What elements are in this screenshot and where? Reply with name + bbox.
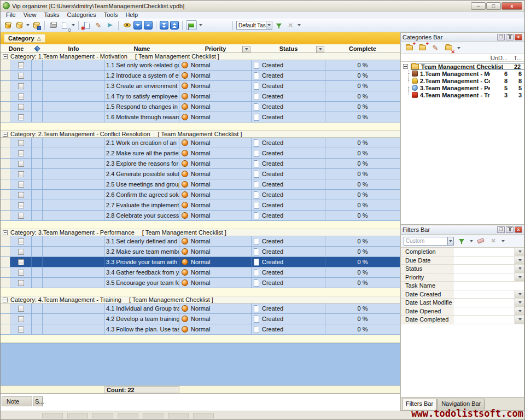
done-checkbox[interactable] [18,192,24,198]
filter-dropdown-icon[interactable] [515,316,524,324]
done-checkbox[interactable] [18,270,24,276]
task-row[interactable]: 3.3 Provide your team with completeNorma… [1,257,400,267]
maximize-button[interactable]: □ [486,2,501,10]
edit-category-icon[interactable]: ✎ [430,43,440,53]
done-checkbox[interactable] [18,114,24,120]
priority-filter-dropdown-icon[interactable] [242,46,250,53]
categories-maximize-icon[interactable]: ❐ [497,34,505,40]
clear-filter-icon[interactable] [476,236,486,246]
print-overflow-icon[interactable] [72,24,75,26]
column-total[interactable]: T... [510,55,524,61]
filter-value-field[interactable] [453,248,515,256]
filters-overflow-icon[interactable] [501,240,505,242]
done-checkbox[interactable] [18,104,24,110]
done-checkbox[interactable] [18,94,24,100]
filters-close-icon[interactable]: x [515,226,522,233]
menu-view[interactable]: View [20,11,40,19]
menu-tasks[interactable]: Tasks [40,11,62,19]
collapse-group-icon[interactable] [3,230,8,235]
collapse-group-icon[interactable] [3,54,8,59]
task-row[interactable]: 2.1 Work on creation of anNormalCreated0… [1,138,400,148]
new-database-icon[interactable] [3,20,13,30]
done-checkbox[interactable] [18,249,24,255]
task-row[interactable]: 4.1 Individual and Group trainingNormalC… [1,304,400,314]
move-down-icon[interactable] [133,21,142,30]
menu-tools[interactable]: Tools [101,11,121,19]
view-task-icon[interactable] [122,20,132,30]
done-checkbox[interactable] [18,202,24,208]
task-view-combo[interactable]: Default Task V [236,21,272,30]
done-checkbox[interactable] [18,326,24,332]
filter-value-field[interactable] [453,282,524,290]
task-view-dropdown-icon[interactable] [266,21,272,29]
save-database-icon[interactable] [31,20,41,30]
move-up-icon[interactable] [144,21,153,30]
filter-dropdown-icon[interactable] [515,256,524,265]
complete-task-icon[interactable] [105,20,115,30]
menu-file[interactable]: File [3,11,19,19]
task-row[interactable]: 3.2 Make sure team members haveNormalCre… [1,247,400,257]
task-row[interactable]: 1.3 Create an environment of highNormalC… [1,81,400,91]
filters-pin-icon[interactable] [506,226,514,233]
expand-all-icon[interactable] [160,21,168,30]
done-checkbox[interactable] [18,259,24,265]
filter-preset-combo[interactable]: Custom [404,237,454,246]
category-tree-item[interactable]: 1.Team Management - Motivat66 [401,70,524,77]
toolbar-overflow-icon[interactable] [298,24,301,26]
task-row[interactable]: 2.8 Celebrate your success.NormalCreated… [1,211,400,221]
print-preview-icon[interactable] [60,20,69,30]
task-row[interactable]: 2.4 Generate possible solutions forNorma… [1,169,400,179]
collapse-group-icon[interactable] [3,298,8,302]
filter-dropdown-icon[interactable] [515,265,524,273]
categories-pin-icon[interactable] [506,34,514,40]
column-header-done[interactable]: Done [1,45,32,52]
filter-dropdown-icon[interactable] [515,248,524,256]
done-checkbox[interactable] [18,306,24,312]
task-row[interactable]: 2.6 Confirm the agreed solution andNorma… [1,190,400,200]
task-row[interactable]: 3.5 Encourage your team for betterNormal… [1,278,400,288]
delete-category-icon[interactable]: ✕ [444,43,453,53]
category-group-header[interactable]: Category: 3.Team Management - Performanc… [1,229,400,236]
task-row[interactable]: 4.2 Develop a team training plan.NormalC… [1,314,400,324]
task-row[interactable]: 1.6 Motivate through rewards. WhenNormal… [1,112,400,122]
collapse-tree-icon[interactable] [403,64,408,69]
delete-filter-icon[interactable]: ✕ [488,236,498,246]
filter-value-field[interactable] [453,265,515,273]
column-header-name[interactable]: Name [104,45,179,52]
done-checkbox[interactable] [18,161,24,167]
category-group-header[interactable]: Category: 4.Team Management - Training[ … [1,296,400,304]
category-tree-item[interactable]: 4.Team Management - Training33 [401,91,524,98]
group-by-category-button[interactable]: Category △ [4,34,45,43]
task-row[interactable]: 1.2 Introduce a system of effectiveNorma… [1,71,400,81]
status-filter-dropdown-icon[interactable] [316,46,324,53]
done-checkbox[interactable] [18,213,24,219]
task-row[interactable]: 1.4 Try to satisfy employee needs.Normal… [1,91,400,102]
filter-value-field[interactable] [453,273,515,282]
collapse-all-icon[interactable] [170,21,179,30]
done-checkbox[interactable] [18,150,24,156]
done-checkbox[interactable] [18,238,24,244]
column-header-complete[interactable]: Complete [325,45,400,52]
task-row[interactable]: 3.4 Gather feedback from your teamNormal… [1,267,400,278]
categories-overflow-icon[interactable] [457,47,460,49]
filters-maximize-icon[interactable]: ❐ [497,226,505,233]
apply-filter-icon[interactable] [457,236,466,246]
category-tree-item[interactable]: 3.Team Management - Perform55 [401,84,524,91]
minimize-button[interactable]: – [471,2,486,10]
filter-value-field[interactable] [453,299,515,307]
open-database-icon[interactable] [14,20,24,30]
filter-value-field[interactable] [453,316,515,324]
task-row[interactable]: 3.1 Set clearly defined andNormalCreated… [1,236,400,247]
task-row[interactable]: 1.1 Set only work-related goals. YourNor… [1,60,400,71]
tab-subtasks[interactable]: S... [33,396,43,406]
filter-value-field[interactable] [453,256,515,265]
filter-value-field[interactable] [453,307,515,316]
filter-preset-dropdown-icon[interactable] [447,237,453,245]
task-row[interactable]: 4.3 Follow the plan. Use task.NormalCrea… [1,324,400,335]
column-header-info[interactable]: Info [43,45,104,52]
done-checkbox[interactable] [18,62,24,68]
edit-task-icon[interactable]: ✎ [94,20,103,30]
print-icon[interactable] [48,20,58,30]
new-task-icon[interactable]: ✱ [82,20,92,30]
column-header-status[interactable]: Status [252,45,325,52]
